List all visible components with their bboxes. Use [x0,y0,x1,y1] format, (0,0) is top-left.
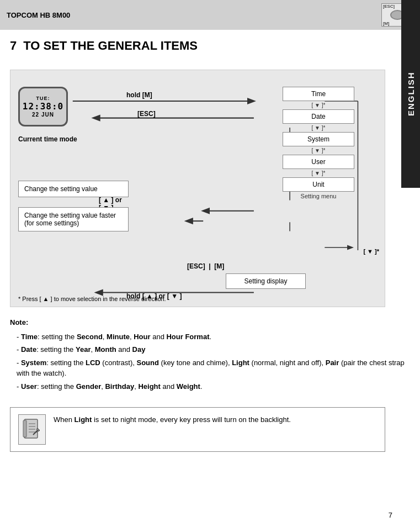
esc-m-label: [ESC] | [M] [187,262,224,270]
svg-rect-15 [23,420,26,437]
info-box: When Light is set to night mode, every k… [10,407,385,452]
note-time: Time: setting the Second, Minute, Hour a… [17,331,410,342]
note-user: User: setting the Gender, Birthday, Heig… [17,381,410,392]
setting-menu-area: Time [ ▼ ]* Date [ ▼ ]* System [ ▼ ]* Us… [283,87,354,199]
diagram-footnote: * Press [ ▲ ] to move selection in the r… [18,296,166,302]
setting-box-date: Date [283,109,354,124]
setting-menu-label: Setting menu [283,193,354,199]
lcd-line1: TUE: [36,96,50,101]
esc-arrow-label: [ESC] [137,110,156,118]
unit-arrow-right: [ ▼ ]* [363,248,379,255]
notes-title: Note: [10,317,410,328]
lcd-line2: 12:38:0 [23,101,63,112]
setting-display-box: Setting display [226,273,306,289]
info-text-after: is set to night mode, every key press wi… [92,415,291,424]
setting-box-user: User [283,155,354,169]
book-icon [22,418,42,441]
setting-box-unit: Unit [283,177,354,192]
header-title: TOPCOM HB 8M00 [7,11,70,19]
lcd-line3: 22 JUN [32,112,54,118]
setting-display-inner: Setting display [226,273,306,289]
note-time-key: Time [21,333,38,341]
notes-list: Time: setting the Second, Minute, Hour a… [10,331,410,392]
note-system: System: setting the LCD (contrast), Soun… [17,357,410,379]
arrow-connector-1: [ ▼ ]* [283,101,354,109]
esc-label-small: [ESC] [383,4,395,9]
hold-m-label: hold [M] [126,91,152,99]
arrow-connector-2: [ ▼ ]* [283,124,354,132]
lcd-display: TUE: 12:38:0 22 JUN [18,87,68,127]
section-number: 7 [10,39,17,53]
setting-box-system: System [283,132,354,146]
current-time-label: Current time mode [18,135,77,143]
note-date-key: Date [21,345,36,354]
note-system-key: System [21,359,46,367]
arrow-connector-4: [ ▼ ]* [283,169,354,177]
notes-section: Note: Time: setting the Second, Minute, … [10,317,410,402]
setting-box-time: Time [283,87,354,101]
note-user-key: User [21,382,37,391]
header-bar: TOPCOM HB 8M00 [ESC] [ ▲ ] [M] [ ▼ ] [0,0,420,30]
change-boxes-area: Change the setting value Change the sett… [18,181,129,236]
info-text: When Light is set to night mode, every k… [54,414,291,426]
main-content: 7 TO SET THE GENERAL ITEMS [0,30,420,461]
change-setting-value-box: Change the setting value [18,181,129,197]
m-label-small: [M] [383,21,389,26]
info-icon [18,414,46,445]
section-title: TO SET THE GENERAL ITEMS [23,39,198,53]
diagram-area: TUE: 12:38:0 22 JUN Current time mode ho… [10,70,385,307]
note-date: Date: setting the Year, Month and Day [17,344,410,355]
page-number: 7 [389,511,392,519]
change-setting-faster-box: Change the setting value faster (for som… [18,207,129,231]
arrow-connector-3: [ ▼ ]* [283,146,354,155]
